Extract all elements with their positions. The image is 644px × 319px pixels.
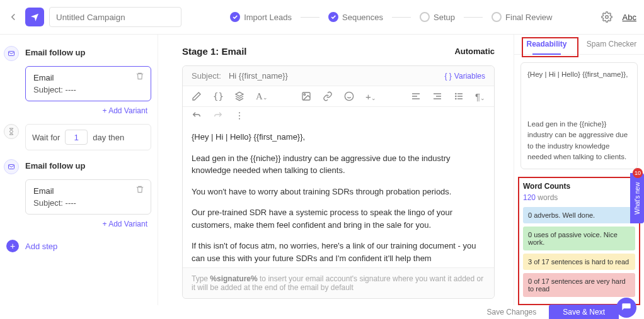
- emoji-icon[interactable]: [344, 91, 354, 101]
- sequence-step-1: Email follow up: [4, 46, 151, 61]
- wait-card[interactable]: Wait for day then: [25, 124, 151, 150]
- tabs: Readability Spam Checker: [514, 35, 644, 55]
- body-line: {Hey | Hi | Hello} {{first_name}},: [192, 131, 485, 143]
- subject-row: Subject: { } Variables: [183, 66, 494, 86]
- svg-point-10: [239, 115, 240, 116]
- preview-line: {Hey | Hi | Hello} {{first_name}},: [527, 69, 631, 80]
- save-changes-button[interactable]: Save Changes: [487, 308, 537, 316]
- save-next-button[interactable]: Save & Next: [549, 305, 619, 319]
- signature-hint: Type %signature% to insert your email ac…: [183, 267, 494, 298]
- hint-pre: Type: [192, 274, 210, 283]
- body-line: You won't have to worry about training S…: [192, 186, 485, 198]
- step-title: Email follow up: [25, 161, 85, 171]
- code-braces-icon[interactable]: {}: [213, 91, 223, 101]
- tab-readability[interactable]: Readability: [514, 35, 579, 54]
- step-title: Email follow up: [25, 48, 85, 57]
- topbar: Import Leads Sequences Setup Final Revie…: [0, 0, 644, 35]
- readability-row-adverbs: 0 adverbs. Well done.: [523, 207, 635, 223]
- step-import-leads[interactable]: Import Leads: [230, 12, 292, 22]
- undo-icon[interactable]: [192, 111, 202, 121]
- step-label: Import Leads: [244, 13, 292, 22]
- trash-icon[interactable]: [135, 72, 144, 81]
- chat-icon[interactable]: [616, 298, 636, 318]
- step-label: Sequences: [342, 13, 383, 22]
- svg-point-4: [304, 94, 306, 96]
- image-icon[interactable]: [301, 91, 311, 101]
- readability-row-very-hard: 0 of 17 sentences are very hard to read: [523, 273, 635, 297]
- preview-line: Lead gen in the {{niche}} industry can b…: [527, 119, 631, 162]
- campaign-name-input[interactable]: [49, 7, 181, 27]
- email-card-2[interactable]: Email Subject: ----: [25, 179, 151, 215]
- align-right-icon[interactable]: [432, 91, 442, 101]
- text-format-icon[interactable]: A⌄: [256, 91, 266, 101]
- email-icon: [4, 159, 19, 174]
- step-setup[interactable]: Setup: [420, 12, 455, 22]
- add-variant-2[interactable]: + Add Variant: [4, 220, 147, 228]
- step-divider: [392, 17, 411, 18]
- svg-point-6: [456, 93, 456, 94]
- check-icon: [230, 12, 240, 22]
- automatic-label[interactable]: Automatic: [454, 47, 495, 56]
- svg-point-5: [345, 92, 353, 100]
- sequence-panel: Email follow up Email Subject: ---- + Ad…: [0, 35, 158, 305]
- abc-link[interactable]: Abc: [623, 13, 636, 22]
- add-more-icon[interactable]: +⌄: [365, 91, 376, 101]
- svg-point-7: [456, 96, 456, 96]
- step-label: Final Review: [505, 13, 552, 22]
- whats-new-badge: 10: [633, 168, 643, 178]
- step-sequences[interactable]: Sequences: [328, 12, 383, 22]
- stage-title: Stage 1: Email: [182, 46, 247, 57]
- circle-icon: [420, 12, 430, 22]
- step-label: Setup: [434, 13, 455, 22]
- whats-new-tab[interactable]: What's new: [630, 173, 644, 223]
- word-counts-value: 120 words: [523, 193, 635, 202]
- trash-icon[interactable]: [135, 185, 144, 194]
- svg-point-9: [239, 112, 240, 113]
- wizard-steps: Import Leads Sequences Setup Final Revie…: [181, 12, 601, 22]
- circle-icon: [492, 12, 502, 22]
- wait-suffix: day then: [93, 133, 124, 142]
- more-icon[interactable]: [234, 111, 244, 121]
- svg-point-8: [456, 98, 456, 99]
- readability-preview: {Hey | Hi | Hello} {{first_name}}, Lead …: [520, 62, 638, 169]
- email-card-1[interactable]: Email Subject: ----: [25, 66, 151, 101]
- readability-row-hard: 3 of 17 sentences is hard to read: [523, 254, 635, 270]
- tab-spam-checker[interactable]: Spam Checker: [579, 35, 644, 54]
- add-variant-1[interactable]: + Add Variant: [4, 106, 147, 115]
- editor-panel: Stage 1: Email Automatic Subject: { } Va…: [158, 35, 514, 305]
- email-body[interactable]: {Hey | Hi | Hello} {{first_name}}, Lead …: [183, 127, 494, 267]
- list-icon[interactable]: [454, 91, 464, 101]
- check-icon: [328, 12, 338, 22]
- editor-toolbar-2: [183, 107, 494, 127]
- paragraph-icon[interactable]: ¶⌄: [475, 91, 485, 101]
- align-left-icon[interactable]: [411, 91, 421, 101]
- top-right: Abc: [601, 11, 636, 23]
- add-step-button[interactable]: + Add step: [6, 240, 151, 252]
- body-line: If this isn't of focus atm, no worries, …: [192, 240, 485, 264]
- brand-icon[interactable]: [25, 8, 44, 26]
- word-count-number: 120: [523, 193, 536, 202]
- edit-icon[interactable]: [192, 91, 202, 101]
- variables-button[interactable]: { } Variables: [444, 72, 485, 81]
- link-icon[interactable]: [323, 91, 333, 101]
- redo-icon[interactable]: [213, 111, 223, 121]
- hint-token: %signature%: [210, 274, 257, 283]
- gear-icon[interactable]: [601, 11, 612, 23]
- editor-toolbar: {} A⌄ +⌄ ¶⌄: [183, 86, 494, 107]
- step-divider: [464, 17, 483, 18]
- add-step-label: Add step: [25, 242, 57, 251]
- word-counts-title: Word Counts: [523, 182, 635, 191]
- svg-point-0: [605, 16, 608, 19]
- stage-header: Stage 1: Email Automatic: [182, 46, 495, 57]
- readability-row-passive: 0 uses of passive voice. Nice work.: [523, 227, 635, 250]
- wait-label: Wait for: [32, 133, 60, 142]
- body-line: Our pre-trained SDR have a systemic proc…: [192, 206, 485, 231]
- step-final-review[interactable]: Final Review: [492, 12, 552, 22]
- back-arrow-icon[interactable]: [8, 11, 19, 23]
- layers-icon[interactable]: [234, 91, 244, 101]
- word-counts-panel: Word Counts 120 words 0 adverbs. Well do…: [518, 177, 640, 305]
- wait-days-input[interactable]: [65, 130, 88, 145]
- subject-input[interactable]: [229, 71, 445, 81]
- email-icon: [4, 46, 19, 61]
- sidebar-right: Readability Spam Checker {Hey | Hi | Hel…: [514, 35, 644, 305]
